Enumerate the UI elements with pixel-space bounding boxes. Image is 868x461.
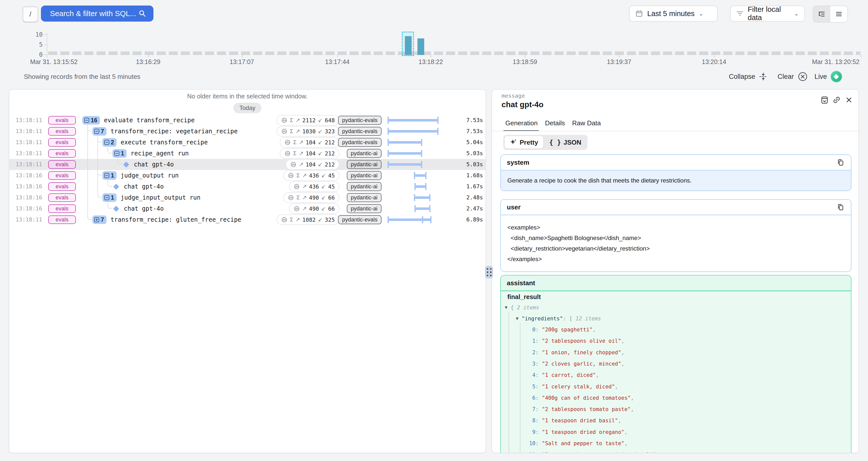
evals-badge[interactable]: evals <box>48 193 76 202</box>
search-icon <box>138 9 147 18</box>
evals-badge[interactable]: evals <box>48 127 76 135</box>
live-status-icon <box>831 71 842 82</box>
slash-shortcut-key[interactable]: / <box>23 6 38 22</box>
row-timestamp: 13:18:11 <box>16 148 42 159</box>
scope-tag[interactable]: pydantic-evals <box>338 116 381 125</box>
scope-tag[interactable]: pydantic-evals <box>338 215 381 224</box>
collapse-icon <box>759 72 768 81</box>
child-count-pill[interactable]: 16 <box>82 116 100 125</box>
token-metrics-badge: Σ↗104↙212 <box>280 137 339 148</box>
trace-row[interactable]: 13:18:16evalschat gpt-4o↗436↙45pydantic-… <box>9 181 486 192</box>
trace-row[interactable]: 13:18:16evalschat gpt-4o↗490↙66pydantic-… <box>9 203 486 214</box>
json-root-line[interactable]: ▼ { 2 items <box>505 303 539 312</box>
duration-bar-cap <box>421 139 422 146</box>
scope-tag[interactable]: pydantic-ai <box>347 204 381 213</box>
row-tree-cell: 1judge_input_output run <box>102 192 200 203</box>
evals-badge[interactable]: evals <box>48 116 76 125</box>
child-count-pill[interactable]: 7 <box>92 127 106 135</box>
x-axis-label: Mar 31. 13:20:52 <box>812 58 860 65</box>
scope-tag[interactable]: pydantic-ai <box>347 193 381 202</box>
duration-bar-zone <box>388 203 438 214</box>
tree-connector <box>118 158 122 164</box>
duration-bar <box>414 196 430 199</box>
search-input[interactable]: Search & filter with SQL... <box>41 5 153 22</box>
scope-tag[interactable]: pydantic-evals <box>338 138 381 147</box>
row-tree-cell: 2execute transform_recipe <box>102 137 208 148</box>
histogram-bar[interactable] <box>405 36 412 55</box>
output-tokens-icon: ↙ <box>321 205 326 212</box>
trace-row[interactable]: 13:18:11evalschat gpt-4o↗104↙212pydantic… <box>9 159 486 170</box>
x-axis-tick <box>47 55 47 58</box>
row-duration: 7.53s <box>443 115 483 126</box>
copy-icon[interactable] <box>836 158 845 167</box>
assistant-message-card: assistant final_result ▼ { 2 items ▼ "in… <box>500 275 851 453</box>
input-tokens-icon: ↗ <box>302 172 307 179</box>
x-axis-label: Mar 31. 13:15:52 <box>30 58 78 65</box>
trace-row[interactable]: 13:18:16evals1judge_input_output runΣ↗49… <box>9 192 486 203</box>
duration-bar-cap <box>421 150 422 157</box>
trace-row[interactable]: 13:18:11evals7transform_recipe: gluten_f… <box>9 214 486 225</box>
tab-details[interactable]: Details <box>545 119 565 127</box>
token-metrics-badge: Σ↗2112↙648 <box>277 115 339 126</box>
clear-button[interactable]: Clear <box>778 70 808 83</box>
clear-x-circle-icon <box>798 71 808 82</box>
pretty-view-button[interactable]: Pretty <box>504 136 543 149</box>
tab-divider <box>492 131 859 131</box>
child-count-pill[interactable]: 1 <box>102 193 117 202</box>
row-duration: 2.47s <box>443 203 483 214</box>
copy-link-icon[interactable] <box>832 95 841 105</box>
token-metrics-badge: ↗490↙66 <box>289 204 339 214</box>
trace-row[interactable]: 13:18:16evals1judge_output runΣ↗436↙45py… <box>9 170 486 181</box>
output-tokens-icon: ↙ <box>321 194 326 201</box>
child-count-pill[interactable]: 2 <box>102 138 117 147</box>
json-ingredients-line[interactable]: ▼ "ingredients": [ 12 items <box>516 314 601 323</box>
evals-badge[interactable]: evals <box>48 182 76 191</box>
histogram-bar[interactable] <box>417 38 424 55</box>
tab-raw-data[interactable]: Raw Data <box>572 119 601 127</box>
collapse-label: Collapse <box>729 73 755 81</box>
duration-bar-cap <box>422 216 423 223</box>
list-view-button[interactable] <box>830 6 847 22</box>
scope-tag[interactable]: pydantic-ai <box>347 182 381 191</box>
duration-bar-cap <box>388 139 389 146</box>
copy-icon[interactable] <box>836 203 845 211</box>
child-count-pill[interactable]: 1 <box>102 171 117 180</box>
tree-view-button[interactable] <box>813 6 830 22</box>
scope-tag[interactable]: pydantic-ai <box>347 160 381 169</box>
time-range-dropdown[interactable]: Last 5 minutes ⌄ <box>629 5 718 22</box>
evals-badge[interactable]: evals <box>48 215 76 224</box>
collapse-icon <box>104 140 109 145</box>
evals-badge[interactable]: evals <box>48 138 76 147</box>
archive-icon[interactable] <box>820 95 829 105</box>
evals-badge[interactable]: evals <box>48 149 76 158</box>
collapse-button[interactable]: Collapse <box>729 70 768 83</box>
child-count-pill[interactable]: 1 <box>113 149 127 158</box>
duration-bar-zone <box>388 126 438 137</box>
child-count-pill[interactable]: 7 <box>92 215 106 224</box>
filter-local-data-dropdown[interactable]: Filter local data ⌄ <box>730 5 805 22</box>
record-kind-label: message <box>502 93 525 99</box>
x-axis-label: 13:19:37 <box>607 58 631 65</box>
scope-tag[interactable]: pydantic-evals <box>338 127 381 136</box>
trace-row[interactable]: 13:18:11evals16evaluate transform_recipe… <box>9 115 486 126</box>
user-role-label: user <box>507 204 521 211</box>
json-view-button[interactable]: { } JSON <box>544 136 586 149</box>
tab-generation[interactable]: Generation <box>505 119 538 127</box>
evals-badge[interactable]: evals <box>48 205 76 213</box>
today-date-chip[interactable]: Today <box>233 103 261 113</box>
x-axis-tick <box>525 55 525 58</box>
evals-badge[interactable]: evals <box>48 160 76 169</box>
trace-row[interactable]: 13:18:11evals1recipe_agent runΣ↗104↙212p… <box>9 148 486 159</box>
close-icon[interactable] <box>844 95 854 105</box>
trace-row[interactable]: 13:18:11evals7transform_recipe: vegetari… <box>9 126 486 137</box>
scope-tag[interactable]: pydantic-ai <box>347 171 381 180</box>
evals-badge[interactable]: evals <box>48 171 76 180</box>
leaf-diamond-icon <box>113 184 119 190</box>
scope-tag[interactable]: pydantic-ai <box>347 149 381 158</box>
panel-resize-grip[interactable] <box>485 266 493 278</box>
row-timestamp: 13:18:11 <box>16 126 42 137</box>
trace-row[interactable]: 13:18:11evals2execute transform_recipeΣ↗… <box>9 137 486 148</box>
live-toggle[interactable]: Live <box>814 70 842 83</box>
collapse-icon <box>94 129 99 134</box>
tree-connector <box>97 136 102 197</box>
